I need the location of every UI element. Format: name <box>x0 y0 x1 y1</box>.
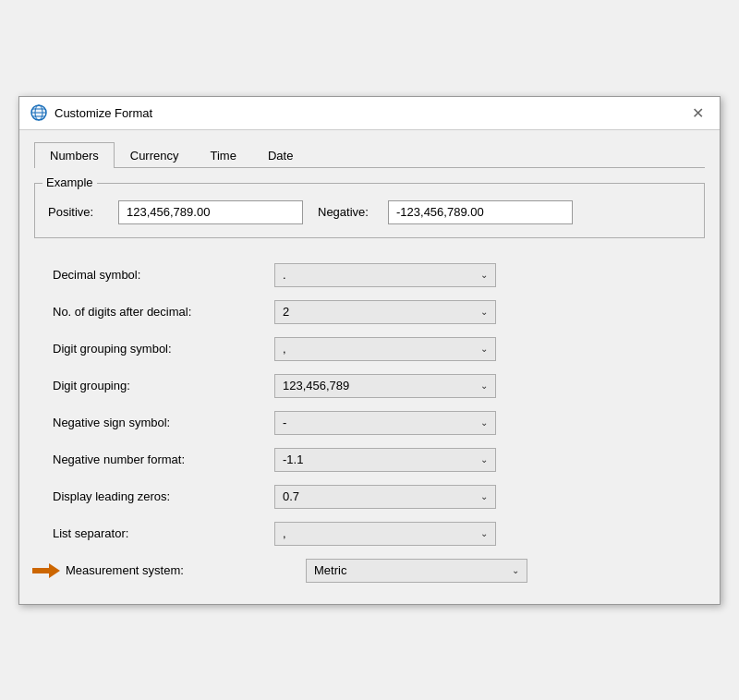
negative-value-input[interactable] <box>388 200 573 224</box>
decimal-symbol-select-wrapper: . ⌄ <box>274 263 496 287</box>
negative-sign-select[interactable]: - ⌄ <box>274 411 496 435</box>
customize-format-dialog: Customize Format ✕ Numbers Currency Time… <box>18 96 721 605</box>
setting-row-negative-sign: Negative sign symbol: - ⌄ <box>34 404 705 441</box>
settings-grid: Decimal symbol: . ⌄ No. of digits after … <box>34 257 705 589</box>
example-row: Positive: Negative: <box>48 200 691 224</box>
setting-row-decimal-symbol: Decimal symbol: . ⌄ <box>34 257 705 294</box>
measurement-value: Metric <box>314 563 346 577</box>
decimal-symbol-label: Decimal symbol: <box>34 268 274 282</box>
setting-row-measurement: Measurement system: Metric ⌄ <box>34 552 705 589</box>
negative-sign-select-wrapper: - ⌄ <box>274 411 496 435</box>
negative-format-chevron: ⌄ <box>480 454 488 465</box>
close-button[interactable]: ✕ <box>686 102 709 124</box>
list-separator-value: , <box>283 526 286 540</box>
list-separator-chevron: ⌄ <box>480 528 488 538</box>
digit-grouping-symbol-value: , <box>283 342 286 356</box>
negative-label: Negative: <box>318 205 373 219</box>
negative-sign-value: - <box>283 416 286 429</box>
dialog-title: Customize Format <box>55 106 152 120</box>
example-group: Example Positive: Negative: <box>34 183 705 238</box>
decimal-symbol-value: . <box>283 268 286 282</box>
tab-numbers[interactable]: Numbers <box>34 142 115 168</box>
digits-after-decimal-select-wrapper: 2 ⌄ <box>274 300 496 324</box>
svg-marker-6 <box>32 563 60 578</box>
decimal-symbol-select[interactable]: . ⌄ <box>274 263 496 287</box>
digit-grouping-symbol-select[interactable]: , ⌄ <box>274 337 496 361</box>
tab-time[interactable]: Time <box>195 142 252 168</box>
negative-format-select-wrapper: -1.1 ⌄ <box>274 448 496 472</box>
list-separator-select-wrapper: , ⌄ <box>274 522 496 546</box>
digit-grouping-select[interactable]: 123,456,789 ⌄ <box>274 374 496 398</box>
title-bar: Customize Format ✕ <box>19 97 720 130</box>
measurement-chevron: ⌄ <box>512 565 519 575</box>
digit-grouping-select-wrapper: 123,456,789 ⌄ <box>274 374 496 398</box>
digits-after-decimal-label: No. of digits after decimal: <box>34 305 274 319</box>
digit-grouping-label: Digit grouping: <box>34 379 274 392</box>
leading-zeros-value: 0.7 <box>283 489 299 503</box>
setting-row-negative-format: Negative number format: -1.1 ⌄ <box>34 441 705 478</box>
leading-zeros-select[interactable]: 0.7 ⌄ <box>274 485 496 509</box>
negative-format-select[interactable]: -1.1 ⌄ <box>274 448 496 472</box>
tab-date[interactable]: Date <box>252 142 309 168</box>
leading-zeros-label: Display leading zeros: <box>34 489 274 503</box>
tab-currency[interactable]: Currency <box>115 142 195 168</box>
dialog-content: Numbers Currency Time Date Example Posit… <box>19 130 720 604</box>
list-separator-label: List separator: <box>34 526 274 540</box>
tabs-bar: Numbers Currency Time Date <box>34 141 705 168</box>
negative-sign-label: Negative sign symbol: <box>34 416 274 429</box>
measurement-label: Measurement system: <box>66 563 306 577</box>
setting-row-digit-grouping: Digit grouping: 123,456,789 ⌄ <box>34 368 705 404</box>
positive-label: Positive: <box>48 205 103 219</box>
list-separator-select[interactable]: , ⌄ <box>274 522 496 546</box>
setting-row-list-separator: List separator: , ⌄ <box>34 515 705 552</box>
digit-grouping-symbol-label: Digit grouping symbol: <box>34 342 274 356</box>
digits-chevron: ⌄ <box>480 307 488 317</box>
measurement-select-wrapper: Metric ⌄ <box>306 559 527 583</box>
digits-after-decimal-select[interactable]: 2 ⌄ <box>274 300 496 324</box>
setting-row-digit-grouping-symbol: Digit grouping symbol: , ⌄ <box>34 331 705 368</box>
negative-format-label: Negative number format: <box>34 453 274 466</box>
digit-grouping-symbol-select-wrapper: , ⌄ <box>274 337 496 361</box>
digits-after-decimal-value: 2 <box>283 305 289 319</box>
measurement-select[interactable]: Metric ⌄ <box>306 559 527 583</box>
negative-sign-chevron: ⌄ <box>480 417 488 428</box>
globe-icon <box>30 104 47 121</box>
svg-point-5 <box>31 105 46 120</box>
leading-zeros-chevron: ⌄ <box>480 491 488 501</box>
grouping-symbol-chevron: ⌄ <box>480 344 488 354</box>
arrow-icon <box>32 561 60 581</box>
leading-zeros-select-wrapper: 0.7 ⌄ <box>274 485 496 509</box>
example-legend: Example <box>42 175 97 189</box>
setting-row-leading-zeros: Display leading zeros: 0.7 ⌄ <box>34 478 705 515</box>
negative-format-value: -1.1 <box>283 453 303 466</box>
positive-value-input[interactable] <box>118 200 303 224</box>
digit-grouping-value: 123,456,789 <box>283 379 349 392</box>
decimal-symbol-chevron: ⌄ <box>480 270 488 280</box>
grouping-chevron: ⌄ <box>480 380 488 391</box>
title-bar-left: Customize Format <box>30 104 152 121</box>
setting-row-digits-after-decimal: No. of digits after decimal: 2 ⌄ <box>34 294 705 331</box>
